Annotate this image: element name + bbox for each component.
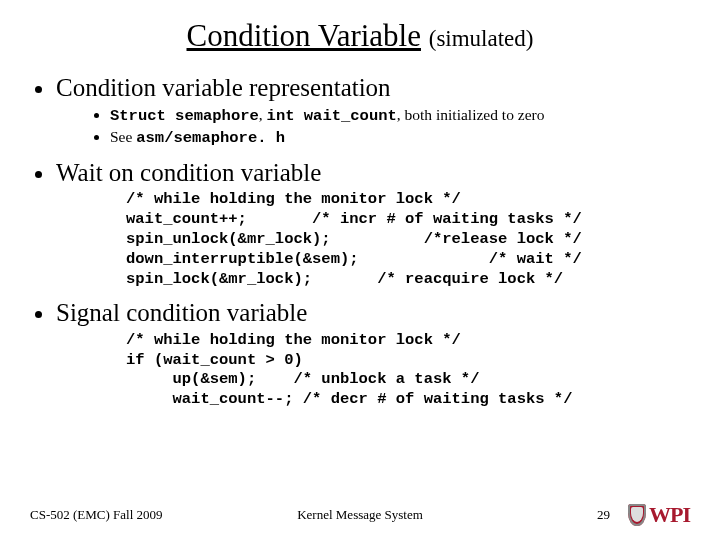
bullet-heading: Wait on condition variable	[56, 159, 321, 186]
slide: Condition Variable (simulated) Condition…	[0, 0, 720, 540]
slide-title: Condition Variable (simulated)	[30, 18, 690, 54]
footer: CS-502 (EMC) Fall 2009 Kernel Message Sy…	[0, 504, 720, 526]
bullet-wait: Wait on condition variable /* while hold…	[56, 157, 690, 289]
footer-left: CS-502 (EMC) Fall 2009	[30, 507, 163, 523]
footer-page-number: 29	[597, 507, 610, 523]
code-text: asm/semaphore. h	[136, 129, 285, 147]
bullet-heading: Condition variable representation	[56, 74, 391, 101]
bullet-representation: Condition variable representation Struct…	[56, 72, 690, 149]
footer-center: Kernel Message System	[297, 507, 423, 523]
wpi-logo: WPI	[628, 504, 690, 526]
code-text: Struct semaphore	[110, 107, 259, 125]
bullet-signal: Signal condition variable /* while holdi…	[56, 297, 690, 410]
code-block-signal: /* while holding the monitor lock */ if …	[126, 331, 690, 410]
shield-icon	[628, 504, 646, 526]
logo-text: WPI	[649, 504, 690, 526]
plain-text: , both initialized to zero	[397, 106, 545, 123]
content-list: Condition variable representation Struct…	[30, 72, 690, 410]
title-main: Condition Variable	[187, 18, 421, 53]
sub-item: See asm/semaphore. h	[110, 127, 690, 149]
plain-text: See	[110, 128, 136, 145]
plain-text: ,	[259, 106, 267, 123]
code-block-wait: /* while holding the monitor lock */ wai…	[126, 190, 690, 289]
sub-list-representation: Struct semaphore, int wait_count, both i…	[56, 105, 690, 149]
sub-item: Struct semaphore, int wait_count, both i…	[110, 105, 690, 127]
code-text: int wait_count	[267, 107, 397, 125]
title-paren: (simulated)	[429, 26, 534, 51]
bullet-heading: Signal condition variable	[56, 299, 307, 326]
